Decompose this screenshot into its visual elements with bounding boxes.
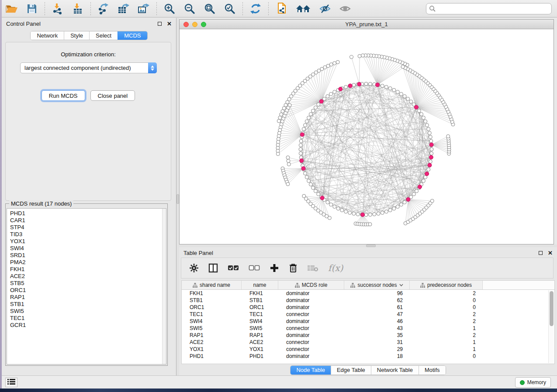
graph-node[interactable] [381,211,384,214]
graph-node[interactable] [368,223,372,226]
hide-details-button[interactable] [318,2,332,15]
graph-node[interactable] [361,54,365,57]
tab-network[interactable]: Network [31,31,64,40]
mcds-result-item[interactable]: TEC1 [10,315,166,322]
table-cell-name[interactable]: TEC1 [242,311,278,317]
graph-node[interactable] [403,200,406,204]
graph-node[interactable] [417,109,421,113]
table-cell-shared_name[interactable]: SWI4 [182,318,242,324]
table-row[interactable]: TEC1TEC1connector472 [182,311,554,318]
graph-node[interactable] [377,212,380,215]
graph-node[interactable] [396,205,399,208]
table-cell-successor_nodes[interactable]: 43 [344,325,410,331]
mcds-node[interactable] [429,143,433,147]
graph-node[interactable] [422,116,425,120]
network-window-titlebar[interactable]: YPA_prune.txt_1 [180,20,554,29]
table-row[interactable]: ORC1ORC1dominator610 [182,304,554,311]
graph-node[interactable] [287,159,290,163]
node-table[interactable]: shared namenameMCDS rolesuccessor nodesp… [181,280,555,364]
table-cell-name[interactable]: PHD1 [242,353,278,359]
table-scrollbar[interactable] [548,290,554,363]
mcds-node[interactable] [348,84,352,88]
graph-node[interactable] [305,120,308,123]
zoom-out-button[interactable] [183,2,196,15]
mcds-result-item[interactable]: CAR1 [10,217,166,224]
graph-node[interactable] [350,55,353,59]
mcds-node[interactable] [300,159,304,163]
graph-node[interactable] [358,55,361,58]
network-graph-canvas[interactable] [180,29,554,244]
tab-mcds[interactable]: MCDS [118,31,147,40]
float-panel-icon[interactable] [539,251,543,255]
table-cell-mcds_role[interactable]: dominator [278,332,344,338]
table-row[interactable]: PHD1PHD1dominator180 [182,353,554,360]
table-cell-name[interactable]: ORC1 [242,304,278,310]
graph-node[interactable] [309,113,312,116]
table-cell-shared_name[interactable]: ACE2 [182,339,242,345]
table-cell-name[interactable]: SWI5 [242,325,278,331]
graph-node[interactable] [392,207,396,210]
graph-node[interactable] [314,189,317,193]
table-cell-name[interactable]: SWI4 [242,318,278,324]
show-columns-icon[interactable] [208,263,218,273]
graph-node[interactable] [424,120,427,123]
graph-node[interactable] [314,106,317,109]
mcds-result-item[interactable]: STB5 [10,280,166,287]
graph-node[interactable] [299,151,302,155]
table-cell-shared_name[interactable]: FKH1 [182,290,242,296]
mcds-node[interactable] [425,172,429,176]
mcds-result-item[interactable]: TID3 [10,231,166,238]
graph-node[interactable] [299,144,302,147]
mcds-result-item[interactable]: PHD1 [10,210,166,217]
mcds-node[interactable] [429,155,433,159]
search-input[interactable] [426,3,552,14]
tab-node-table[interactable]: Node Table [291,366,331,375]
refresh-layout-button[interactable] [249,2,262,15]
graph-node[interactable] [304,172,307,175]
graph-node[interactable] [287,162,291,166]
table-cell-mcds_role[interactable]: connector [278,325,344,331]
table-cell-mcds_role[interactable]: dominator [278,353,344,359]
graph-node[interactable] [336,207,340,210]
export-table-button[interactable] [117,2,130,15]
graph-node[interactable] [307,116,311,120]
graph-node[interactable] [326,200,329,204]
mcds-result-item[interactable]: SWI5 [10,308,166,315]
table-cell-shared_name[interactable]: SWI5 [182,325,242,331]
mcds-result-item[interactable]: STB1 [10,301,166,308]
graph-node[interactable] [352,83,356,87]
graph-node[interactable] [406,97,410,100]
table-cell-successor_nodes[interactable]: 29 [344,346,410,352]
graph-node[interactable] [399,203,403,206]
new-network-from-selection-button[interactable] [275,2,288,15]
table-cell-shared_name[interactable]: STB1 [182,297,242,303]
graph-node[interactable] [286,182,290,186]
table-cell-predecessor_nodes[interactable]: 1 [410,325,483,331]
graph-node[interactable] [373,213,376,216]
table-cell-shared_name[interactable]: ORC1 [182,304,242,310]
table-cell-successor_nodes[interactable]: 47 [344,311,410,317]
column-header-MCDS-role[interactable]: MCDS role [278,281,344,289]
mcds-list-scrollbar[interactable] [162,209,166,364]
graph-node[interactable] [429,139,433,143]
deselect-all-checkboxes-icon[interactable] [249,265,260,271]
mcds-node[interactable] [301,166,305,170]
graph-node[interactable] [286,156,290,159]
import-network-button[interactable] [51,2,64,15]
graph-node[interactable] [364,82,368,86]
table-cell-successor_nodes[interactable]: 31 [344,339,410,345]
table-cell-successor_nodes[interactable]: 96 [344,290,410,296]
table-cell-mcds_role[interactable]: connector [278,311,344,317]
table-cell-predecessor_nodes[interactable]: 1 [410,346,483,352]
graph-node[interactable] [364,213,368,217]
column-header-predecessor-nodes[interactable]: predecessor nodes [410,281,483,289]
float-panel-icon[interactable] [158,22,162,26]
table-row[interactable]: SWI5SWI5connector431 [182,325,554,332]
mcds-result-item[interactable]: FKH1 [10,266,166,273]
graph-node[interactable] [384,85,388,89]
mcds-result-item[interactable]: SRD1 [10,252,166,259]
mcds-node[interactable] [339,87,343,91]
table-row[interactable]: STB1STB1dominator620 [182,297,554,304]
table-cell-predecessor_nodes[interactable]: 2 [410,290,483,296]
mcds-result-item[interactable]: SWI4 [10,245,166,252]
